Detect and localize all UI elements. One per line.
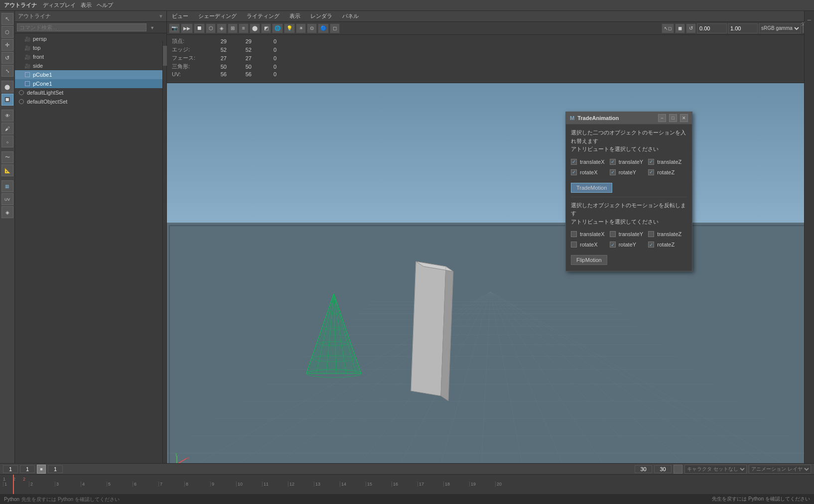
outliner-item-front[interactable]: 🎥 front: [15, 52, 166, 61]
soft-select-tool[interactable]: ⬤: [1, 81, 13, 93]
menu-display[interactable]: ディスプレイ: [43, 1, 76, 9]
scale-tool[interactable]: ⤡: [1, 65, 13, 77]
character-select[interactable]: キャラクタ セットなし: [684, 465, 747, 474]
outliner-item-side[interactable]: 🎥 side: [15, 61, 166, 70]
dialog-minimize-btn[interactable]: −: [658, 114, 666, 122]
toolbar-btn-2[interactable]: ▶▶: [181, 23, 193, 33]
toolbar-btn-11[interactable]: 💡: [284, 23, 295, 33]
checkbox-rotateX-1[interactable]: [571, 169, 577, 175]
start-frame-input[interactable]: [3, 465, 18, 473]
toolbar-btn-17[interactable]: ↺: [686, 23, 696, 33]
input-val1[interactable]: 0.00: [697, 23, 727, 33]
color-profile-select[interactable]: sRGB gamma: [759, 23, 801, 33]
move-tool[interactable]: ✛: [1, 39, 13, 51]
grid-tool[interactable]: ▦: [1, 180, 13, 192]
current-frame-input[interactable]: [20, 465, 35, 473]
checkbox-rotateY-2[interactable]: [610, 242, 616, 248]
checkbox-rotateY-1[interactable]: [610, 169, 616, 175]
toolbar-btn-15[interactable]: ◻: [330, 23, 340, 33]
menu-show[interactable]: 表示: [287, 12, 302, 20]
python-input[interactable]: [19, 497, 712, 502]
flip-motion-btn[interactable]: FlipMotion: [571, 255, 607, 265]
toolbar-btn-12[interactable]: ☀: [296, 23, 306, 33]
outliner-item-objectset[interactable]: defaultObjectSet: [15, 97, 166, 106]
end-frame-input[interactable]: [635, 465, 652, 473]
viewport[interactable]: x y persp: [167, 83, 814, 482]
ruler-7: 7: [158, 482, 184, 487]
toolbar-btn-5[interactable]: ◈: [217, 23, 227, 33]
snap-tool[interactable]: 🔲: [1, 94, 13, 106]
checkbox-translateZ-2[interactable]: [648, 231, 654, 237]
lasso-tool[interactable]: ⬡: [1, 26, 13, 38]
dialog-maximize-btn[interactable]: □: [669, 114, 677, 122]
ruler-15: 15: [366, 482, 392, 487]
outliner-item-persp[interactable]: 🎥 persp: [15, 34, 166, 43]
toolbar-btn-6[interactable]: ⊞: [228, 23, 238, 33]
stats-val-e3: 0: [262, 47, 276, 53]
trade-motion-btn[interactable]: TradeMotion: [571, 183, 612, 193]
toolbar-btn-7[interactable]: ≡: [239, 23, 249, 33]
checkbox-translateX-1[interactable]: [571, 159, 577, 165]
menu-panels[interactable]: パネル: [340, 12, 361, 20]
select-tool[interactable]: ↖: [1, 13, 13, 25]
checkbox-rotateX-2[interactable]: [571, 242, 577, 248]
toolbar-btn-9[interactable]: ◩: [261, 23, 271, 33]
show-hide-tool[interactable]: 👁: [1, 110, 13, 122]
checkbox-rotateZ-2[interactable]: [648, 242, 654, 248]
toolbar-btn-4[interactable]: ⬡: [206, 23, 216, 33]
checkbox-translateY-1[interactable]: [610, 159, 616, 165]
key-indicator: ■: [37, 465, 46, 474]
playback-end-input[interactable]: [654, 465, 672, 473]
timeline-ruler[interactable]: 1 2 2 1 2 3 4 5 6 7 8 9 10 11 12 13 14 1…: [0, 475, 814, 495]
ruler-3: 3: [55, 482, 81, 487]
toolbar-btn-16[interactable]: ◼: [675, 23, 685, 33]
toolbar-btn-10[interactable]: 🌐: [272, 23, 283, 33]
sculpt-tool[interactable]: ⬦: [1, 135, 13, 147]
input-val2[interactable]: 1.00: [728, 23, 758, 33]
right-strip-label: シェーダ: [800, 18, 814, 28]
checkbox-translateZ-1[interactable]: [648, 159, 654, 165]
outliner-scrollbar[interactable]: [162, 41, 166, 504]
menu-renderer[interactable]: レンダラ: [308, 12, 334, 20]
stats-val-f3: 0: [262, 55, 276, 61]
outliner-item-lightset[interactable]: defaultLightSet: [15, 88, 166, 97]
toolbar-btn-14[interactable]: 🔵: [318, 23, 329, 33]
search-input[interactable]: [17, 23, 146, 31]
menu-view[interactable]: 表示: [81, 1, 92, 9]
checkbox-translateX-2[interactable]: [571, 231, 577, 237]
ruler-16: 16: [392, 482, 417, 487]
stats-val-e2: 52: [237, 47, 252, 53]
anim-layer-select[interactable]: アニメーション レイヤ: [749, 465, 811, 474]
dialog-close-btn[interactable]: ✕: [680, 114, 688, 122]
toolbar-btn-8[interactable]: ⬤: [250, 23, 260, 33]
outliner-item-top[interactable]: 🎥 top: [15, 43, 166, 52]
toolbar-btn-sel[interactable]: ↖◻: [662, 23, 674, 33]
fps-indicator[interactable]: [674, 465, 682, 474]
dialog-icon: M: [570, 115, 574, 121]
outliner-item-pcube1[interactable]: pCube1: [15, 70, 166, 79]
ruler-14: 14: [340, 482, 366, 487]
frame-input-3[interactable]: [48, 465, 63, 473]
outliner-item-pcone1[interactable]: pCone1: [15, 79, 166, 88]
paint-tool[interactable]: 🖌: [1, 123, 13, 134]
python-label: Python: [4, 497, 19, 502]
outliner-label-side: side: [33, 63, 43, 69]
rotate-tool[interactable]: ↺: [1, 52, 13, 64]
checkbox-translateY-2[interactable]: [610, 231, 616, 237]
uv-tool[interactable]: UV: [1, 193, 13, 205]
menu-lighting[interactable]: ライティング: [245, 12, 281, 20]
outliner-panel: アウトライナ ▼ ▼ 🎥 persp 🎥 top 🎥 front 🎥 side: [15, 11, 167, 493]
outliner-scrollbar-thumb[interactable]: [163, 46, 167, 66]
stats-val-f2: 27: [237, 55, 252, 61]
toolbar-btn-13[interactable]: ⊙: [307, 23, 317, 33]
toolbar-btn-3[interactable]: 🔲: [194, 23, 205, 33]
render-tool[interactable]: ◈: [1, 206, 13, 218]
menu-help[interactable]: ヘルプ: [97, 1, 113, 9]
menu-shading[interactable]: シェーディング: [196, 12, 239, 20]
checkbox-rotateZ-1[interactable]: [648, 169, 654, 175]
curve-tool[interactable]: 〜: [1, 151, 13, 163]
toolbar-btn-1[interactable]: 📷: [169, 23, 180, 33]
measure-tool[interactable]: 📐: [1, 164, 13, 176]
menu-view-3d[interactable]: ビュー: [170, 12, 190, 20]
cone-object: [301, 294, 366, 385]
